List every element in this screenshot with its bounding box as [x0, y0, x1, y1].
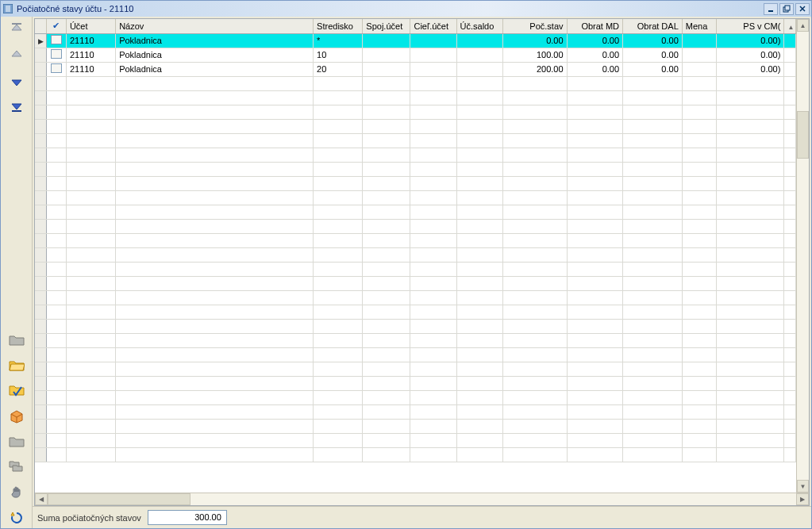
- cell-mena[interactable]: [682, 48, 717, 62]
- col-rowhead[interactable]: [35, 19, 47, 33]
- row-checkbox[interactable]: [51, 35, 62, 44]
- table-row[interactable]: ▶21110Pokladnica*0.000.000.000.00): [35, 33, 796, 48]
- table-row-empty[interactable]: [35, 333, 796, 347]
- table-row-empty[interactable]: [35, 219, 796, 233]
- row-header[interactable]: [35, 262, 47, 276]
- table-row-empty[interactable]: [35, 376, 796, 390]
- col-ucet[interactable]: Účet: [66, 19, 115, 33]
- row-header[interactable]: [35, 76, 47, 90]
- row-header[interactable]: [35, 419, 47, 433]
- refresh-button[interactable]: [5, 508, 29, 528]
- cell-spoj[interactable]: [363, 33, 410, 48]
- row-checkbox[interactable]: [51, 63, 62, 73]
- table-row-empty[interactable]: [35, 205, 796, 219]
- folder-closed-button-1[interactable]: [5, 330, 29, 351]
- table-row-empty[interactable]: [35, 119, 796, 133]
- scroll-right-arrow-icon[interactable]: ▶: [796, 493, 809, 505]
- row-header[interactable]: [35, 48, 47, 62]
- folder-closed-button-2[interactable]: [5, 431, 29, 452]
- cell-poc[interactable]: 100.00: [502, 48, 567, 62]
- cell-pscm[interactable]: 0.00): [717, 62, 784, 76]
- folder-check-button[interactable]: [5, 381, 29, 401]
- cell-poc[interactable]: 200.00: [502, 62, 567, 76]
- table-row-empty[interactable]: [35, 105, 796, 119]
- cell-ciel[interactable]: [410, 33, 456, 48]
- cell-stredisko[interactable]: 20: [314, 62, 363, 76]
- cell-saldo[interactable]: [456, 33, 502, 48]
- cell-spoj[interactable]: [363, 48, 410, 62]
- col-mena[interactable]: Mena: [682, 19, 717, 33]
- box-button[interactable]: [5, 406, 29, 427]
- data-grid[interactable]: ✔ Účet Názov Stredisko Spoj.účet Cieľ.úč…: [35, 19, 796, 493]
- cell-saldo[interactable]: [456, 48, 502, 62]
- cell-check[interactable]: [47, 33, 67, 48]
- table-row-empty[interactable]: [35, 362, 796, 376]
- row-header[interactable]: [35, 233, 47, 247]
- hand-tool-button[interactable]: [5, 482, 29, 503]
- cell-nazov[interactable]: Pokladnica: [116, 62, 314, 76]
- cell-ucet[interactable]: 21110: [66, 33, 115, 48]
- row-header[interactable]: [35, 376, 47, 390]
- vscroll-track[interactable]: [797, 32, 809, 480]
- row-header[interactable]: [35, 190, 47, 205]
- row-header[interactable]: [35, 276, 47, 290]
- col-spoj[interactable]: Spoj.účet: [363, 19, 410, 33]
- table-row[interactable]: 21110Pokladnica20200.000.000.000.00): [35, 62, 796, 76]
- row-checkbox[interactable]: [51, 49, 62, 59]
- cell-pscm[interactable]: 0.00): [717, 48, 784, 62]
- table-row-empty[interactable]: [35, 433, 796, 447]
- row-header[interactable]: [35, 433, 47, 447]
- col-sort-indicator[interactable]: ▲: [784, 19, 796, 33]
- col-dal[interactable]: Obrat DAL: [623, 19, 683, 33]
- row-header[interactable]: [35, 404, 47, 419]
- cell-nazov[interactable]: Pokladnica: [116, 33, 314, 48]
- row-header[interactable]: [35, 148, 47, 162]
- table-row-empty[interactable]: [35, 76, 796, 90]
- table-row-empty[interactable]: [35, 319, 796, 333]
- close-button[interactable]: [795, 3, 810, 15]
- table-row-empty[interactable]: [35, 233, 796, 247]
- table-row-empty[interactable]: [35, 276, 796, 290]
- row-header[interactable]: [35, 119, 47, 133]
- cell-ucet[interactable]: 21110: [66, 62, 115, 76]
- row-header[interactable]: [35, 105, 47, 119]
- row-header[interactable]: ▶: [35, 33, 47, 48]
- cell-dal[interactable]: 0.00: [623, 33, 683, 48]
- row-header[interactable]: [35, 133, 47, 148]
- cell-md[interactable]: 0.00: [567, 33, 623, 48]
- row-header[interactable]: [35, 305, 47, 319]
- nav-last-button[interactable]: [5, 96, 29, 117]
- horizontal-scrollbar[interactable]: ◀ ▶: [35, 493, 809, 505]
- nav-next-button[interactable]: [5, 71, 29, 91]
- cell-md[interactable]: 0.00: [567, 48, 623, 62]
- vertical-scrollbar[interactable]: ▲ ▼: [796, 19, 809, 493]
- folders-cascade-button[interactable]: [5, 457, 29, 477]
- cell-md[interactable]: 0.00: [567, 62, 623, 76]
- col-check[interactable]: ✔: [47, 19, 67, 33]
- row-header[interactable]: [35, 390, 47, 404]
- hscroll-thumb[interactable]: [48, 493, 190, 505]
- table-row-empty[interactable]: [35, 262, 796, 276]
- table-row-empty[interactable]: [35, 390, 796, 404]
- cell-mena[interactable]: [682, 33, 717, 48]
- table-row-empty[interactable]: [35, 290, 796, 305]
- cell-ucet[interactable]: 21110: [66, 48, 115, 62]
- row-header[interactable]: [35, 290, 47, 305]
- hscroll-track[interactable]: [48, 493, 796, 505]
- cell-stredisko[interactable]: 10: [314, 48, 363, 62]
- row-header[interactable]: [35, 62, 47, 76]
- cell-spoj[interactable]: [363, 62, 410, 76]
- cell-saldo[interactable]: [456, 62, 502, 76]
- table-row-empty[interactable]: [35, 176, 796, 190]
- col-pscm[interactable]: PS v CM(: [717, 19, 784, 33]
- table-row-empty[interactable]: [35, 148, 796, 162]
- row-header[interactable]: [35, 176, 47, 190]
- table-row-empty[interactable]: [35, 247, 796, 262]
- nav-first-button[interactable]: [5, 20, 29, 40]
- table-row-empty[interactable]: [35, 90, 796, 105]
- cell-dal[interactable]: 0.00: [623, 48, 683, 62]
- scroll-left-arrow-icon[interactable]: ◀: [35, 493, 48, 505]
- col-stredisko[interactable]: Stredisko: [314, 19, 363, 33]
- col-poc[interactable]: Poč.stav: [502, 19, 567, 33]
- row-header[interactable]: [35, 362, 47, 376]
